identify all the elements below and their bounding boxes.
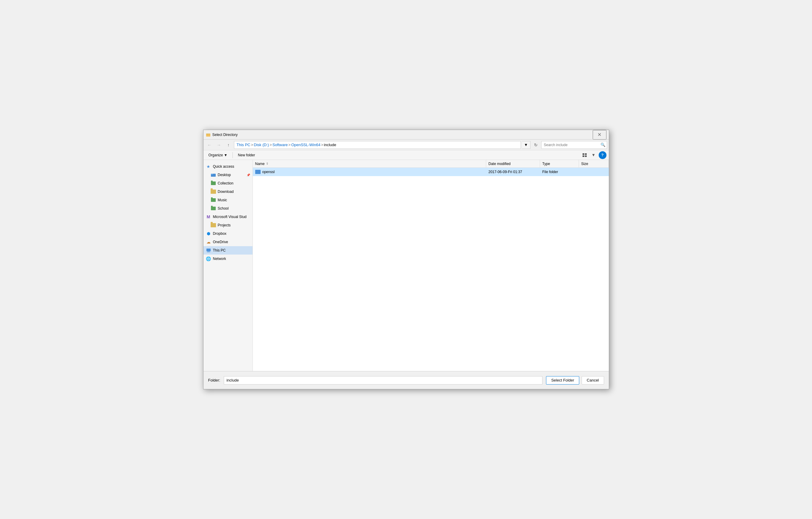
- sidebar-label-onedrive: OneDrive: [213, 240, 228, 244]
- folder-input[interactable]: [224, 376, 543, 385]
- folder-projects-icon: [211, 222, 216, 228]
- table-row[interactable]: openssl 2017-06-09-Fri 01:37 File folder: [253, 168, 609, 176]
- folder-icon: [255, 170, 261, 174]
- view-icon: [582, 153, 587, 158]
- pin-icon: 📌: [246, 173, 250, 177]
- sidebar-item-vs[interactable]: M Microsoft Visual Stud: [203, 213, 253, 221]
- col-header-date[interactable]: Date modified: [486, 160, 540, 167]
- file-name: openssl: [262, 170, 274, 174]
- help-button[interactable]: ?: [599, 151, 606, 159]
- breadcrumb: This PC > Disk (D:) > Software > OpenSSL…: [234, 141, 521, 149]
- sidebar-label-music: Music: [218, 198, 227, 202]
- toolbar-right: ▼ ?: [581, 151, 606, 159]
- view-dropdown-button[interactable]: ▼: [590, 152, 598, 159]
- svg-rect-2: [206, 134, 208, 134]
- col-date-label: Date modified: [489, 162, 511, 166]
- organize-button[interactable]: Organize ▼: [206, 152, 230, 159]
- sidebar-label-projects: Projects: [218, 223, 231, 227]
- refresh-button[interactable]: ↻: [532, 141, 540, 149]
- view-options-button[interactable]: [581, 152, 588, 159]
- select-directory-dialog: Select Directory ✕ ← → ↑ This PC > Disk …: [203, 130, 609, 389]
- dialog-icon: [206, 132, 211, 137]
- sidebar-item-network[interactable]: 🌐 Network: [203, 254, 253, 263]
- folder-desktop-icon: [211, 172, 216, 177]
- col-header-size[interactable]: Size: [579, 160, 609, 167]
- sidebar-item-quick-access[interactable]: ★ Quick access: [203, 162, 253, 171]
- network-icon: 🌐: [206, 256, 211, 262]
- organize-label: Organize: [208, 153, 223, 157]
- svg-rect-4: [585, 153, 587, 155]
- sidebar-label-dropbox: Dropbox: [213, 231, 227, 236]
- bottom-bar: Folder: Select Folder Cancel: [203, 371, 609, 389]
- sidebar-item-music[interactable]: Music: [203, 196, 253, 204]
- address-dropdown[interactable]: ▼: [522, 141, 530, 149]
- select-folder-label: Select Folder: [551, 378, 574, 382]
- col-type-label: Type: [543, 162, 550, 166]
- sidebar-item-download[interactable]: Download: [203, 188, 253, 196]
- toolbar-separator: [232, 152, 233, 158]
- sidebar-label-quick-access: Quick access: [213, 164, 234, 169]
- svg-rect-11: [207, 252, 210, 252]
- sidebar-item-school[interactable]: School: [203, 204, 253, 213]
- vs-icon: M: [206, 214, 211, 220]
- col-name-label: Name: [255, 162, 265, 166]
- breadcrumb-this-pc[interactable]: This PC: [237, 142, 251, 147]
- sidebar-label-school: School: [218, 206, 229, 211]
- content-area: ★ Quick access Desktop 📌: [203, 160, 609, 371]
- help-label: ?: [601, 153, 604, 157]
- search-area: 🔍: [541, 141, 607, 149]
- cancel-button[interactable]: Cancel: [582, 376, 604, 385]
- select-folder-button[interactable]: Select Folder: [546, 376, 579, 385]
- col-size-label: Size: [581, 162, 588, 166]
- search-input[interactable]: [541, 141, 607, 149]
- back-button[interactable]: ←: [205, 141, 213, 149]
- sidebar-item-dropbox[interactable]: ⬢ Dropbox: [203, 229, 253, 238]
- breadcrumb-software[interactable]: Software: [272, 142, 288, 147]
- file-list-header: Name ⇧ Date modified Type Size: [253, 160, 609, 168]
- dialog-title: Select Directory: [212, 133, 593, 137]
- file-date-cell: 2017-06-09-Fri 01:37: [486, 170, 540, 174]
- sidebar: ★ Quick access Desktop 📌: [203, 160, 253, 371]
- sidebar-label-vs: Microsoft Visual Stud: [213, 215, 247, 219]
- breadcrumb-include: include: [324, 142, 336, 147]
- file-name-cell: openssl: [253, 170, 486, 174]
- search-button[interactable]: 🔍: [600, 142, 606, 148]
- svg-rect-6: [585, 156, 587, 157]
- sidebar-label-this-pc: This PC: [213, 248, 226, 252]
- sidebar-item-projects[interactable]: Projects: [203, 221, 253, 229]
- folder-school-icon: [211, 206, 216, 211]
- col-header-type[interactable]: Type: [540, 160, 579, 167]
- cancel-label: Cancel: [587, 378, 599, 382]
- new-folder-label: New folder: [238, 153, 255, 157]
- file-list: Name ⇧ Date modified Type Size: [253, 160, 609, 371]
- organize-dropdown-icon: ▼: [224, 153, 227, 157]
- sidebar-item-this-pc[interactable]: This PC: [203, 246, 253, 254]
- forward-button[interactable]: →: [215, 141, 223, 149]
- up-button[interactable]: ↑: [224, 141, 233, 149]
- sidebar-item-onedrive[interactable]: ☁ OneDrive: [203, 238, 253, 246]
- title-bar: Select Directory ✕: [203, 130, 609, 140]
- dropbox-icon: ⬢: [206, 231, 211, 236]
- sidebar-label-collection: Collection: [218, 181, 234, 185]
- sort-arrow: ⇧: [266, 162, 268, 165]
- file-date: 2017-06-09-Fri 01:37: [489, 170, 522, 174]
- svg-rect-3: [582, 153, 584, 155]
- star-icon: ★: [206, 164, 211, 169]
- address-bar: ← → ↑ This PC > Disk (D:) > Software > O…: [203, 140, 609, 151]
- svg-rect-8: [211, 174, 213, 174]
- col-header-name[interactable]: Name ⇧: [253, 160, 486, 167]
- sidebar-label-network: Network: [213, 257, 226, 261]
- file-list-body: openssl 2017-06-09-Fri 01:37 File folder: [253, 168, 609, 371]
- onedrive-icon: ☁: [206, 239, 211, 245]
- svg-rect-1: [206, 134, 210, 137]
- sidebar-item-desktop[interactable]: Desktop 📌: [203, 171, 253, 179]
- new-folder-button[interactable]: New folder: [235, 152, 258, 159]
- breadcrumb-openssl[interactable]: OpenSSL-Win64: [291, 142, 320, 147]
- pc-icon: [206, 248, 211, 253]
- sidebar-label-desktop: Desktop: [218, 173, 231, 177]
- close-button[interactable]: ✕: [593, 130, 606, 140]
- bottom-buttons: Select Folder Cancel: [546, 376, 604, 385]
- sidebar-label-download: Download: [218, 190, 234, 194]
- breadcrumb-disk-d[interactable]: Disk (D:): [254, 142, 269, 147]
- sidebar-item-collection[interactable]: Collection: [203, 179, 253, 188]
